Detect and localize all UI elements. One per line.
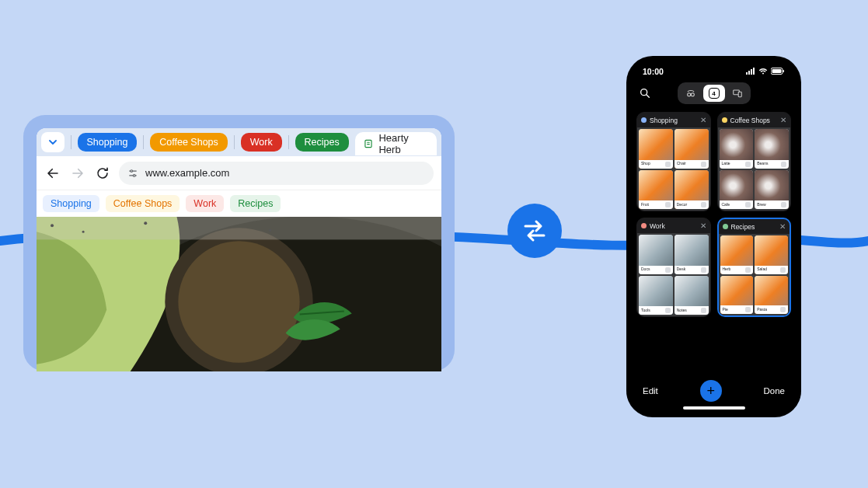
desktop-browser-card: Shopping Coffee Shops Work Recipes Heart… bbox=[23, 115, 455, 371]
close-group-button[interactable]: ✕ bbox=[780, 116, 786, 124]
back-button[interactable] bbox=[44, 165, 61, 182]
bookmark-shopping[interactable]: Shopping bbox=[43, 195, 99, 212]
group-card-coffee-shops[interactable]: Coffee Shops ✕ Latte Beans Cafe Brew bbox=[717, 112, 792, 211]
group-title: Recipes bbox=[731, 223, 777, 231]
phone-frame: 10:00 4 bbox=[626, 56, 801, 417]
group-card-shopping[interactable]: Shopping ✕ Shop Chair Fruit Decor bbox=[636, 112, 711, 211]
group-card-recipes[interactable]: Recipes ✕ Herb Salad Pie Pasta bbox=[717, 218, 792, 317]
svg-rect-18 bbox=[751, 69, 752, 75]
svg-point-26 bbox=[691, 93, 694, 96]
status-bar: 10:00 bbox=[635, 64, 793, 82]
home-indicator[interactable] bbox=[683, 406, 745, 410]
tab-thumbnail[interactable]: Docs bbox=[639, 235, 673, 274]
devices-segment[interactable] bbox=[727, 85, 748, 102]
close-group-button[interactable]: ✕ bbox=[779, 222, 786, 231]
close-group-button[interactable]: ✕ bbox=[700, 116, 706, 124]
tab-thumbnail[interactable]: Herb bbox=[720, 235, 754, 274]
signal-icon bbox=[746, 67, 755, 76]
tab-thumbnail[interactable]: Shop bbox=[639, 129, 673, 169]
group-card-work[interactable]: Work ✕ Docs Desk Tools Notes bbox=[636, 218, 711, 317]
close-group-button[interactable]: ✕ bbox=[700, 221, 706, 230]
svg-rect-16 bbox=[746, 72, 748, 75]
svg-line-24 bbox=[647, 95, 649, 97]
forward-button[interactable] bbox=[69, 165, 86, 182]
separator bbox=[71, 135, 71, 149]
tab-thumbnail[interactable]: Beans bbox=[755, 129, 789, 169]
separator bbox=[288, 135, 289, 149]
svg-point-25 bbox=[687, 93, 690, 96]
svg-rect-19 bbox=[753, 68, 755, 75]
tabs-view-segment: 4 bbox=[678, 82, 751, 104]
browser-toolbar: www.example.com bbox=[37, 156, 441, 190]
svg-point-14 bbox=[144, 221, 147, 225]
new-tab-button[interactable]: + bbox=[700, 380, 722, 402]
bookmark-work[interactable]: Work bbox=[186, 195, 224, 212]
tab-group-shopping[interactable]: Shopping bbox=[78, 133, 138, 152]
incognito-segment[interactable] bbox=[680, 85, 702, 102]
phone-bottom-bar: Edit + Done bbox=[635, 375, 793, 403]
sync-icon bbox=[507, 204, 562, 258]
tabs-segment[interactable]: 4 bbox=[703, 85, 725, 102]
group-color-dot bbox=[641, 223, 647, 228]
edit-button[interactable]: Edit bbox=[643, 386, 658, 396]
tab-thumbnail[interactable]: Notes bbox=[675, 276, 709, 315]
address-text: www.example.com bbox=[145, 167, 229, 179]
done-button[interactable]: Done bbox=[763, 386, 785, 396]
group-title: Coffee Shops bbox=[730, 117, 778, 124]
svg-rect-11 bbox=[37, 217, 441, 239]
group-title: Shopping bbox=[650, 117, 697, 124]
battery-icon bbox=[771, 67, 785, 76]
tab-thumbnail[interactable]: Decor bbox=[675, 170, 709, 210]
tab-strip: Shopping Coffee Shops Work Recipes Heart… bbox=[37, 128, 441, 156]
svg-point-10 bbox=[178, 241, 299, 362]
tab-group-recipes[interactable]: Recipes bbox=[295, 133, 349, 152]
tab-thumbnail[interactable]: Fruit bbox=[639, 170, 673, 210]
svg-point-12 bbox=[51, 224, 54, 227]
bookmark-bar: Shopping Coffee Shops Work Recipes bbox=[37, 190, 441, 217]
tab-thumbnail[interactable]: Latte bbox=[720, 129, 754, 169]
tab-thumbnail[interactable]: Desk bbox=[675, 235, 709, 274]
group-color-dot bbox=[722, 117, 727, 123]
browser-window: Shopping Coffee Shops Work Recipes Heart… bbox=[37, 128, 441, 371]
tab-count: 4 bbox=[709, 88, 720, 99]
group-header: Work ✕ bbox=[637, 218, 710, 233]
address-bar[interactable]: www.example.com bbox=[119, 162, 434, 185]
tab-thumbnail[interactable]: Chair bbox=[675, 129, 709, 169]
tab-thumbnail[interactable]: Pie bbox=[720, 276, 754, 315]
active-tab-title: Hearty Herb bbox=[378, 132, 429, 155]
phone-top-row: 4 bbox=[635, 82, 793, 112]
tab-group-coffee-shops[interactable]: Coffee Shops bbox=[150, 133, 228, 152]
group-header: Recipes ✕ bbox=[719, 219, 790, 234]
bookmark-recipes[interactable]: Recipes bbox=[230, 195, 281, 212]
page-content bbox=[37, 217, 441, 371]
tabs-dropdown-button[interactable] bbox=[41, 132, 64, 152]
tab-thumbnail[interactable]: Pasta bbox=[755, 276, 788, 315]
svg-point-5 bbox=[131, 169, 133, 172]
group-color-dot bbox=[641, 117, 647, 123]
tab-thumbnail[interactable]: Tools bbox=[639, 276, 673, 315]
tab-groups-grid: Shopping ✕ Shop Chair Fruit Decor Coffee… bbox=[635, 112, 793, 317]
group-header: Coffee Shops ✕ bbox=[718, 113, 791, 127]
group-header: Shopping ✕ bbox=[637, 113, 710, 127]
svg-point-6 bbox=[133, 174, 135, 176]
group-title: Work bbox=[650, 222, 697, 230]
status-icons bbox=[746, 67, 785, 76]
svg-rect-22 bbox=[783, 70, 785, 72]
svg-point-23 bbox=[641, 89, 647, 96]
svg-rect-21 bbox=[772, 69, 782, 73]
tab-thumbnail[interactable]: Cafe bbox=[720, 170, 754, 210]
recipe-icon bbox=[363, 138, 375, 150]
tab-thumbnail[interactable]: Salad bbox=[755, 235, 788, 274]
tab-group-work[interactable]: Work bbox=[241, 133, 282, 152]
bookmark-coffee-shops[interactable]: Coffee Shops bbox=[106, 195, 180, 212]
reload-button[interactable] bbox=[94, 165, 111, 182]
tab-thumbnail[interactable]: Brew bbox=[755, 170, 789, 210]
search-button[interactable] bbox=[638, 86, 652, 100]
svg-point-15 bbox=[269, 229, 271, 232]
wifi-icon bbox=[758, 67, 768, 76]
group-color-dot bbox=[723, 224, 728, 229]
status-time: 10:00 bbox=[643, 67, 664, 76]
active-tab[interactable]: Hearty Herb bbox=[355, 132, 437, 155]
separator bbox=[143, 135, 144, 149]
site-settings-icon[interactable] bbox=[127, 167, 139, 180]
